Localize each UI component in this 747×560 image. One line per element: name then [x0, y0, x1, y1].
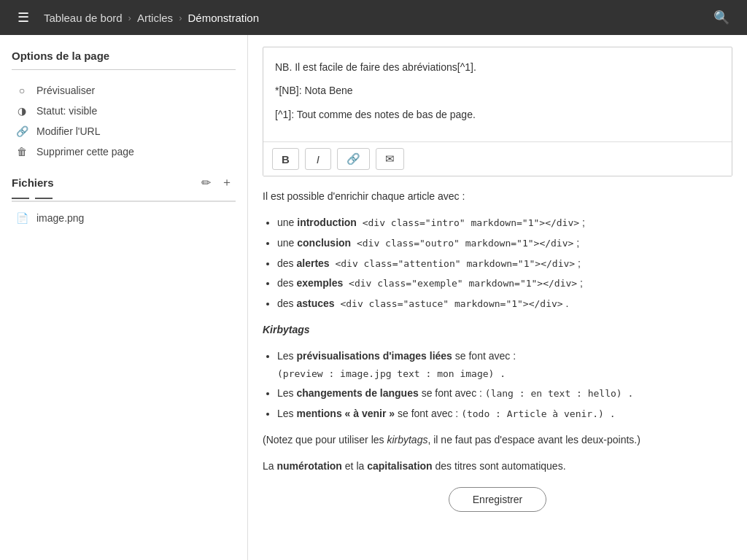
preview-icon: ○	[15, 85, 29, 96]
file-icon: 📄	[15, 212, 29, 224]
kirbytags-list: Les prévisualisations d'images liées se …	[277, 348, 732, 423]
article-numbering: La numérotation et la capitalisation des…	[263, 458, 732, 475]
save-button[interactable]: Enregistrer	[449, 487, 546, 512]
sidebar-item-status-label: Statut: visible	[36, 105, 97, 117]
code-conclusion: <div class="outro" markdown="1"></div>	[357, 238, 573, 249]
files-title: Fichiers	[12, 176, 54, 189]
toggle-icon: ◑	[15, 105, 29, 117]
options-title: Options de la page	[12, 50, 236, 62]
save-button-row: Enregistrer	[263, 487, 732, 512]
list-item-alertes: des alertes <div class="attention" markd…	[277, 255, 732, 273]
breadcrumb-sep-2: ›	[176, 12, 185, 23]
edit-files-button[interactable]: ✏	[198, 174, 214, 192]
editor-toolbar: B I 🔗 ✉	[263, 142, 732, 176]
file-item-label: image.png	[36, 212, 84, 224]
sidebar-item-url[interactable]: 🔗 Modifier l'URL	[12, 121, 236, 141]
breadcrumb-item-dashboard[interactable]: Tableau de bord	[41, 12, 125, 24]
breadcrumb-sep-1: ›	[125, 12, 134, 23]
list-item-exemples: des exemples <div class="exemple" markdo…	[277, 275, 732, 292]
kirbytags-italic: kirbytags	[387, 434, 427, 446]
add-file-button[interactable]: ＋	[218, 174, 236, 192]
header: ☰ Tableau de bord › Articles › Démonstra…	[0, 0, 747, 35]
kirbytag-lang: Les changements de langues se font avec …	[277, 385, 732, 402]
breadcrumb-item-demo[interactable]: Démonstration	[185, 12, 262, 24]
search-button[interactable]: 🔍	[705, 4, 738, 31]
editor-box: NB. Il est facile de faire des abréviati…	[263, 47, 732, 176]
toolbar-email-button[interactable]: ✉	[376, 148, 404, 170]
breadcrumb: Tableau de bord › Articles › Démonstrati…	[41, 12, 705, 24]
toolbar-italic-button[interactable]: I	[305, 148, 331, 170]
files-actions: ✏ ＋	[198, 174, 236, 192]
kirbytag-todo: Les mentions « à venir » se font avec : …	[277, 405, 732, 423]
editor-text[interactable]: NB. Il est facile de faire des abréviati…	[263, 47, 732, 142]
files-underline	[12, 196, 236, 202]
main-layout: Options de la page ○ Prévisualiser ◑ Sta…	[0, 35, 747, 560]
article-body: Il est possible d'enrichir chaque articl…	[248, 176, 747, 529]
code-astuces: <div class="astuce" markdown="1"></div>	[340, 298, 562, 309]
editor-line-2: *[NB]: Nota Bene	[275, 82, 720, 98]
editor-line-1: NB. Il est facile de faire des abréviati…	[275, 59, 720, 75]
code-exemples: <div class="exemple" markdown="1"></div>	[349, 278, 577, 289]
search-icon: 🔍	[713, 10, 729, 25]
sidebar-item-delete[interactable]: 🗑 Supprimer cette page	[12, 141, 236, 162]
code-alertes: <div class="attention" markdown="1"></di…	[335, 258, 575, 269]
sidebar-item-url-label: Modifier l'URL	[36, 125, 100, 137]
underline-bar-1	[12, 198, 29, 199]
link-icon: 🔗	[15, 125, 29, 137]
code-intro: <div class="intro" markdown="1"></div>	[363, 217, 579, 228]
sidebar-divider	[12, 69, 236, 70]
files-header: Fichiers ✏ ＋	[12, 174, 236, 192]
toolbar-link-button[interactable]: 🔗	[337, 148, 370, 170]
sidebar-item-preview-label: Prévisualiser	[36, 85, 95, 96]
kirbytag-preview: Les prévisualisations d'images liées se …	[277, 348, 732, 383]
file-item-image[interactable]: 📄 image.png	[12, 209, 236, 227]
list-item-astuces: des astuces <div class="astuce" markdown…	[277, 295, 732, 313]
sidebar-item-preview[interactable]: ○ Prévisualiser	[12, 80, 236, 101]
article-note: (Notez que pour utiliser les kirbytags, …	[263, 432, 732, 449]
code-preview: (preview : image.jpg text : mon image) .	[277, 368, 506, 379]
list-item-conclusion: une conclusion <div class="outro" markdo…	[277, 235, 732, 252]
content-area: NB. Il est facile de faire des abréviati…	[248, 35, 747, 560]
menu-button[interactable]: ☰	[9, 4, 38, 31]
trash-icon: 🗑	[15, 146, 29, 158]
article-list-1: une introduction <div class="intro" mark…	[277, 214, 732, 313]
toolbar-bold-button[interactable]: B	[272, 148, 299, 170]
code-todo: (todo : Article à venir.) .	[461, 408, 615, 419]
code-lang: (lang : en text : hello) .	[485, 388, 634, 399]
sidebar-item-delete-label: Supprimer cette page	[36, 146, 134, 158]
article-intro: Il est possible d'enrichir chaque articl…	[263, 188, 732, 206]
editor-line-3: [^1]: Tout comme des notes de bas de pag…	[275, 106, 720, 122]
underline-bar-2	[35, 198, 53, 199]
kirbytags-title: Kirbytags	[263, 322, 732, 339]
list-item-intro: une introduction <div class="intro" mark…	[277, 214, 732, 232]
breadcrumb-item-articles[interactable]: Articles	[134, 12, 176, 24]
sidebar: Options de la page ○ Prévisualiser ◑ Sta…	[0, 35, 248, 560]
sidebar-item-status[interactable]: ◑ Statut: visible	[12, 101, 236, 121]
